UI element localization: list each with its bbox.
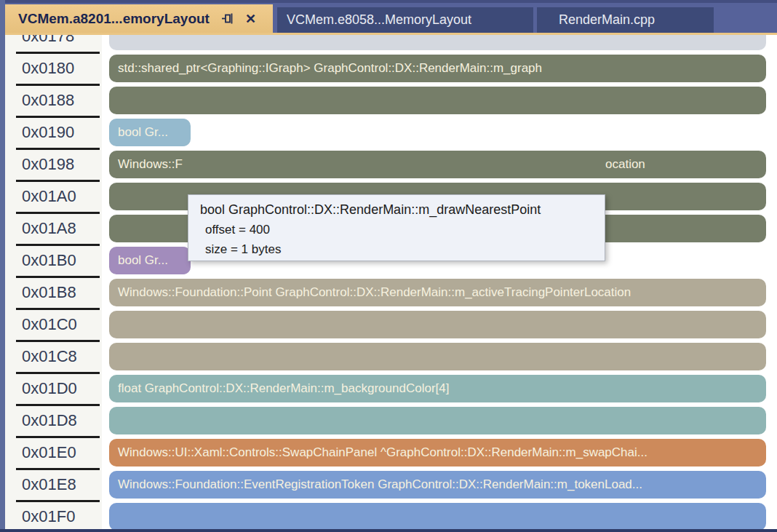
pin-icon[interactable] (221, 12, 234, 25)
tooltip-size: size = 1 bytes (200, 239, 605, 259)
address-label: 0x01B8 (22, 283, 76, 302)
tab-bar: VCMem.a8201...emoryLayout✕VCMem.e8058...… (0, 0, 777, 33)
address-label: 0x01E0 (22, 443, 76, 462)
address-label: 0x01C0 (22, 315, 77, 334)
address-cell: 0x0180 (5, 52, 102, 84)
address-cell: 0x01D8 (5, 405, 102, 437)
tab-label: RenderMain.cpp (559, 12, 655, 28)
address-cell: 0x01B8 (5, 277, 102, 309)
tab-rendermain-cpp[interactable]: RenderMain.cpp (537, 7, 714, 33)
address-label: 0x01C8 (22, 347, 77, 366)
address-column: 0x01780x01800x01880x01900x01980x01A00x01… (5, 35, 102, 529)
m-graph-field-bar[interactable] (109, 87, 766, 114)
row-separator (16, 468, 100, 470)
m-graph-field-bar[interactable]: std::shared_ptr<Graphing::IGraph> GraphC… (109, 55, 766, 82)
pointer-location-field-bar[interactable]: Windows::Focation (109, 151, 766, 178)
field-bar-label: float GraphControl::DX::RenderMain::m_ba… (109, 381, 449, 396)
row-separator (16, 308, 100, 310)
row-separator (16, 212, 100, 214)
vcmem-memory-layout-window: VCMem.a8201...emoryLayout✕VCMem.e8058...… (0, 0, 777, 532)
address-label: 0x01D8 (22, 411, 77, 430)
field-bar-label: bool Gr... (109, 125, 168, 140)
address-cell: 0x01D0 (5, 373, 102, 405)
background-color-field-bar[interactable]: float GraphControl::DX::RenderMain::m_ba… (109, 375, 766, 402)
close-icon[interactable]: ✕ (245, 12, 256, 25)
field-bar-label: Windows::Foundation::EventRegistrationTo… (109, 477, 642, 492)
field-tooltip: bool GraphControl::DX::RenderMain::m_dra… (188, 194, 605, 261)
address-label: 0x01D0 (22, 379, 77, 398)
tooltip-field-declaration: bool GraphControl::DX::RenderMain::m_dra… (200, 200, 605, 220)
window-left-border (0, 0, 5, 532)
active-tracing-pointer-location-field-bar[interactable] (109, 311, 766, 338)
field-bar-label: Windows::UI::Xaml::Controls::SwapChainPa… (109, 445, 648, 460)
address-cell: 0x0188 (5, 84, 102, 116)
address-rows: 0x01780x01800x01880x01900x01980x01A00x01… (5, 35, 102, 529)
active-tracing-pointer-location-field-bar[interactable]: Windows::Foundation::Point GraphControl:… (109, 279, 766, 306)
row-separator (16, 404, 100, 406)
window-bottom-border (0, 529, 777, 532)
address-cell: 0x01E0 (5, 437, 102, 469)
row-separator (16, 148, 100, 150)
row-separator (16, 500, 100, 502)
address-cell: 0x0190 (5, 116, 102, 148)
address-label: 0x0198 (22, 155, 74, 174)
row-separator (16, 372, 100, 374)
tab-label: VCMem.e8058...MemoryLayout (287, 12, 471, 28)
row-separator (16, 244, 100, 246)
field-bar-label-left-fragment: Windows::F (109, 157, 183, 172)
tab-vcmem-a8201[interactable]: VCMem.a8201...emoryLayout✕ (5, 4, 273, 33)
row-separator (16, 276, 100, 278)
tab-label: VCMem.a8201...emoryLayout (18, 11, 210, 27)
row-separator (16, 84, 100, 86)
address-label: 0x0190 (22, 123, 74, 142)
field-bar-label: Windows::Foundation::Point GraphControl:… (109, 285, 631, 300)
row-separator (16, 340, 100, 342)
tooltip-offset: offset = 400 (200, 220, 605, 239)
row-separator (16, 52, 100, 54)
active-tracing-pointer-location-field-bar[interactable] (109, 343, 766, 370)
swap-chain-panel-field-bar[interactable]: Windows::UI::Xaml::Controls::SwapChainPa… (109, 439, 766, 467)
address-label: 0x01E8 (22, 475, 76, 494)
draw-nearest-point-field-bar[interactable]: bool Gr... (109, 119, 191, 146)
field-bar-label-right-fragment: ocation (605, 157, 645, 172)
row-separator (16, 180, 100, 182)
field-bar-label: std::shared_ptr<Graphing::IGraph> GraphC… (109, 61, 542, 76)
bool-field-2-bar[interactable]: bool Gr... (109, 247, 191, 274)
address-label: 0x01B0 (22, 251, 76, 270)
address-label: 0x0180 (22, 59, 74, 78)
memory-layout-view: 0x01780x01800x01880x01900x01980x01A00x01… (0, 35, 777, 529)
address-cell: 0x01C8 (5, 341, 102, 373)
background-color-field-bar[interactable] (109, 407, 766, 434)
address-cell: 0x0178 (5, 35, 102, 52)
address-label: 0x0178 (22, 35, 74, 46)
tab-vcmem-e8058[interactable]: VCMem.e8058...MemoryLayout (277, 7, 533, 33)
address-label: 0x01F0 (22, 507, 75, 526)
token-loaded-field-bar[interactable]: Windows::Foundation::EventRegistrationTo… (109, 471, 766, 499)
address-cell: 0x01C0 (5, 309, 102, 341)
field-bar-label: bool Gr... (109, 253, 168, 268)
address-cell: 0x01F0 (5, 501, 102, 529)
unlabeled-tail-field-bar[interactable] (109, 35, 766, 50)
row-separator (16, 116, 100, 118)
token-loaded-field-bar[interactable] (109, 503, 766, 529)
address-cell: 0x01E8 (5, 469, 102, 501)
address-label: 0x0188 (22, 91, 74, 110)
address-cell: 0x01A0 (5, 180, 102, 213)
field-bars-area: std::shared_ptr<Graphing::IGraph> GraphC… (102, 35, 777, 529)
row-separator (16, 436, 100, 438)
address-cell: 0x01A8 (5, 213, 102, 245)
address-label: 0x01A8 (22, 219, 76, 238)
address-label: 0x01A0 (22, 187, 76, 206)
address-cell: 0x0198 (5, 148, 102, 180)
address-cell: 0x01B0 (5, 245, 102, 277)
